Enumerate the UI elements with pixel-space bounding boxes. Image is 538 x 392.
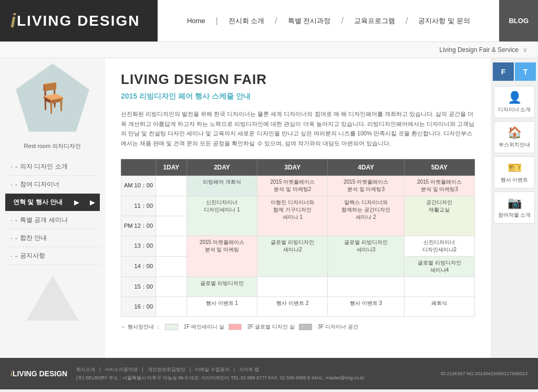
footer-address: (주) SELBORY 주소 : 서울특별시 마주구 마능송 96-3 대표: … (76, 374, 433, 382)
footer-link-terms[interactable]: 서비스이용약관 (105, 366, 138, 373)
designer-intro-button[interactable]: 👤 디자이너 소개 (494, 86, 535, 118)
left-sidebar: 🪑 Rest room 의자디자인 -의자 디자인 소개 -참여 디자이너 연혁… (0, 58, 105, 358)
main-content: 🪑 Rest room 의자디자인 -의자 디자인 소개 -참여 디자이너 연혁… (0, 58, 538, 358)
event-label: 행사 이벤트 (497, 176, 532, 184)
event-cell: 행사 이벤트 1 (187, 296, 257, 316)
footer-logo: iLIVING DESIGN (11, 369, 68, 378)
header: i LIVING DESIGN Home | 전시회 소개 / 특별 전시과정 … (0, 0, 538, 42)
center-content: LIVING DESIGN FAIR 2015 리빙디자인 페어 행사 스케줄 … (105, 58, 491, 358)
designer-icon: 👤 (497, 91, 532, 104)
nav-notice[interactable]: 공지사항 및 문의 (408, 16, 480, 26)
logo-area: i LIVING DESIGN (0, 0, 158, 41)
table-row: AM 10：00 리빙페어 개회식 2015 마켓플레이스분석 및 마케팅2 2… (121, 175, 475, 196)
footer-link-email[interactable]: 이메일 수집동의 (195, 366, 230, 373)
breadcrumb-text: Living Design Fair & Service (439, 46, 519, 54)
table-header-day4: 4DAY (328, 159, 404, 175)
sidebar-item-designers[interactable]: -참여 디자이너 (5, 176, 100, 194)
event-cell (156, 256, 187, 277)
legend-pink-label: 2F 글로벌 디자인 실 (247, 323, 295, 331)
sidebar-item-notice[interactable]: -공지사항 (5, 247, 100, 265)
legend: ← 행사장안내 ： 1F 메인세이니 실 2F 글로벌 디자인 실 3F 디자이… (121, 323, 475, 331)
event-cell: 글로벌 리빙디자인세미나2 (257, 236, 328, 277)
event-cell (156, 236, 187, 256)
facebook-button[interactable]: F (493, 62, 514, 81)
house-icon: 🏠 (497, 126, 532, 140)
right-sidebar: F T 👤 디자이너 소개 🏠 부스위치안내 🎫 행사 이벤트 📷 참여작물 소… (491, 58, 538, 358)
time-cell: PM 12：00 (121, 216, 156, 236)
footer-id: ID:2106397 NO:20140415090217668313 (441, 371, 527, 376)
table-header-day5: 5DAY (404, 159, 474, 175)
blog-button[interactable]: BLOG (499, 0, 538, 41)
event-cell: 신진디자이너디자인세미나2 (404, 236, 474, 256)
table-header-day2: 2DAY (187, 159, 257, 175)
footer-info: 회사소개 | 서비스이용약관 | 개인정보취급방안 | 이메일 수집동의 | 사… (76, 366, 433, 382)
nav-education[interactable]: 교육프로그램 (344, 16, 406, 26)
legend-gray-label: 3F 디자이너 공간 (318, 323, 358, 331)
footer: iLIVING DESIGN 회사소개 | 서비스이용약관 | 개인정보취급방안… (0, 358, 538, 389)
event-cell: 행사 이벤트 2 (257, 296, 328, 316)
nav-special[interactable]: 특별 전시과정 (277, 16, 342, 26)
table-row: 13：00 2015 마켓플레이스분석 및 마케팅 글로벌 리빙디자인세미나2 … (121, 236, 475, 256)
event-cell: 2015 마켓플레이스분석 및 마케팅2 (257, 175, 328, 196)
event-cell: 이형진 디자이너와함께 가구디자인세미나 1 (257, 196, 328, 236)
social-buttons: F T (493, 62, 536, 81)
legend-green (165, 324, 178, 330)
pentagon-shape: 🪑 (16, 63, 89, 132)
camera-icon: 📷 (497, 196, 532, 210)
booth-label: 부스위치안내 (497, 141, 532, 149)
event-cell (404, 277, 474, 296)
footer-link-sitemap[interactable]: 사이트 맵 (239, 366, 260, 373)
works-button[interactable]: 📷 참여작물 소개 (494, 192, 535, 224)
logo-text: LIVING DESIGN (17, 13, 140, 29)
navigation: Home | 전시회 소개 / 특별 전시과정 / 교육프로그램 / 공지사항 … (158, 0, 499, 41)
breadcrumb-arrow: ∨ (523, 46, 527, 54)
nav-exhibition[interactable]: 전시회 소개 (218, 16, 275, 26)
table-header-day1: 1DAY (156, 159, 187, 175)
event-cell: 2015 마켓플레이스분석 및 마케팅3 (328, 175, 404, 196)
event-cell: 알렉스 디자이너와함께하는 공간디자인세미나 2 (328, 196, 404, 236)
page-subtitle: 2015 리빙디자인 페어 행사 스케줄 안내 (121, 92, 475, 101)
twitter-button[interactable]: T (515, 62, 536, 81)
nav-home[interactable]: Home (177, 17, 216, 25)
footer-link-privacy[interactable]: 개인정보취급방안 (148, 366, 185, 373)
page-description: 선진화된 리빙디자인의 발전을 위해 한국 디자이너는 물론 세계 디자이너의 … (121, 109, 475, 149)
event-cell: 글로벌 리빙디자인 (187, 277, 257, 296)
sidebar-item-history[interactable]: 연혁 및 행사 안내▶ (5, 194, 100, 211)
event-cell (156, 277, 187, 296)
booth-guide-button[interactable]: 🏠 부스위치안내 (494, 121, 535, 153)
schedule-table: 1DAY 2DAY 3DAY 4DAY 5DAY AM 10：00 리빙페어 개… (121, 159, 475, 317)
time-cell: 14：00 (121, 256, 156, 277)
chair-illustration: 🪑 (35, 81, 71, 115)
event-cell (156, 296, 187, 316)
designer-label: 디자이너 소개 (497, 106, 532, 113)
time-cell: AM 10：00 (121, 175, 156, 196)
event-cell: 2015 마켓플레이스분석 및 마케팅 (187, 236, 257, 277)
table-row: 15：00 글로벌 리빙디자인 (121, 277, 475, 296)
decorative-triangle (26, 276, 79, 321)
sidebar-image-label: Rest room 의자디자인 (24, 142, 81, 150)
time-cell: 15：00 (121, 277, 156, 296)
event-cell: 2015 마켓플레이스분석 및 마케팅3 (404, 175, 474, 196)
sidebar-item-chair-design[interactable]: -의자 디자인 소개 (5, 158, 100, 176)
sidebar-item-seminar[interactable]: -특별 공개 세미나 (5, 211, 100, 229)
event-button[interactable]: 🎫 행사 이벤트 (494, 156, 535, 188)
event-cell: 신진디자이너디자인세미나 1 (187, 196, 257, 236)
event-cell (156, 196, 187, 216)
table-row: 11：00 신진디자이너디자인세미나 1 이형진 디자이너와함께 가구디자인세미… (121, 196, 475, 216)
time-cell: 11：00 (121, 196, 156, 216)
table-header-day3: 3DAY (257, 159, 328, 175)
footer-link-about[interactable]: 회사소개 (76, 366, 95, 373)
table-row: 16：00 행사 이벤트 1 행사 이벤트 2 행사 이벤트 3 폐회식 (121, 296, 475, 316)
breadcrumb: Living Design Fair & Service ∨ (0, 42, 538, 58)
event-cell: 글로벌 리빙디자인세미나3 (328, 236, 404, 277)
time-cell: 13：00 (121, 236, 156, 256)
legend-green-label: 1F 메인세이니 실 (184, 323, 224, 331)
event-cell (257, 277, 328, 296)
sidebar-image: 🪑 (16, 63, 89, 137)
event-cell: 행사 이벤트 3 (328, 296, 404, 316)
event-cell: 글로벌 리빙디자인세미나4 (404, 256, 474, 277)
footer-links: 회사소개 | 서비스이용약관 | 개인정보취급방안 | 이메일 수집동의 | 사… (76, 366, 433, 373)
legend-prefix: ← 행사장안내 ： (121, 323, 161, 331)
sidebar-item-exhibition[interactable]: -합찬 안내 (5, 229, 100, 247)
logo-i: i (11, 10, 16, 32)
